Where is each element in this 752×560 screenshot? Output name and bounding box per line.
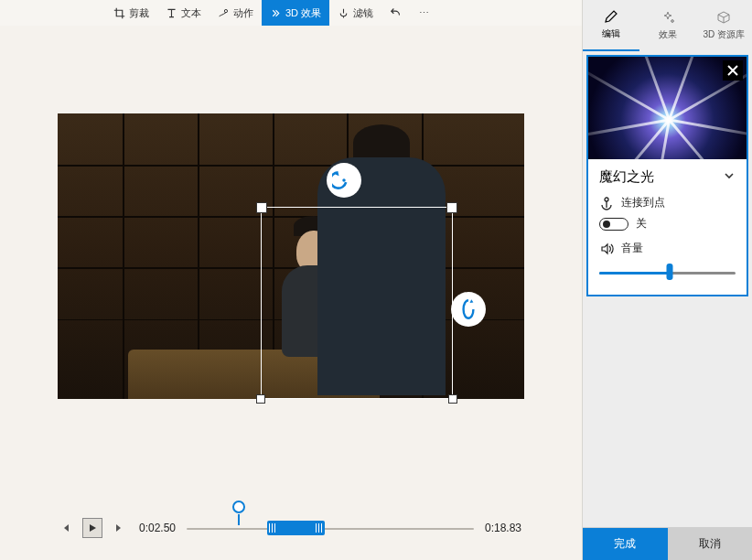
tool-3d-effects[interactable]: 3D 效果	[262, 0, 329, 26]
rotate-handle-top[interactable]	[327, 163, 361, 198]
anchor-label: 连接到点	[621, 195, 665, 210]
tool-label: 3D 效果	[285, 6, 321, 20]
anchor-icon	[599, 196, 614, 210]
effect-thumbnail[interactable]	[588, 57, 747, 159]
chevron-down-icon	[723, 169, 736, 182]
top-toolbar: 剪裁 文本 动作 3D 效果 滤镜	[0, 0, 582, 26]
crop-icon	[113, 7, 125, 19]
tool-label: 动作	[233, 6, 253, 20]
preview-area	[0, 26, 582, 496]
video-frame[interactable]	[58, 113, 524, 399]
close-icon	[726, 64, 739, 77]
undo-button[interactable]	[381, 5, 411, 20]
clip-handle-right[interactable]	[316, 522, 323, 533]
effect-clip[interactable]	[267, 521, 325, 535]
collapse-toggle[interactable]	[723, 169, 736, 186]
timeline: 0:02.50 0:18.83	[0, 496, 582, 560]
svg-point-2	[605, 198, 608, 201]
playhead[interactable]	[232, 501, 245, 513]
volume-slider[interactable]	[599, 262, 736, 282]
motion-icon	[218, 7, 230, 19]
toggle-state-label: 关	[636, 216, 647, 232]
volume-icon	[599, 242, 614, 256]
volume-label: 音量	[621, 241, 643, 256]
svg-point-1	[342, 178, 345, 181]
tool-motion[interactable]: 动作	[209, 0, 262, 26]
side-tab-edit[interactable]: 编辑	[583, 0, 639, 51]
side-tab-label: 3D 资源库	[703, 28, 745, 41]
overflow-button[interactable]: ⋯	[411, 7, 437, 19]
effect-3d-icon	[270, 7, 282, 19]
play-button[interactable]	[82, 518, 102, 538]
done-button[interactable]: 完成	[583, 528, 668, 560]
anchor-toggle[interactable]	[599, 218, 628, 231]
tool-crop[interactable]: 剪裁	[105, 0, 157, 26]
slider-thumb[interactable]	[667, 264, 673, 280]
tool-text[interactable]: 文本	[157, 0, 209, 26]
total-time: 0:18.83	[481, 522, 525, 534]
remove-effect-button[interactable]	[723, 60, 743, 81]
svg-point-0	[224, 9, 227, 12]
play-icon	[88, 523, 97, 533]
sparkle-icon	[661, 10, 675, 25]
cancel-button[interactable]: 取消	[668, 528, 753, 560]
rotate-z-icon	[332, 168, 356, 192]
current-time: 0:02.50	[135, 522, 179, 534]
side-panel: 编辑 效果 3D 资源库	[582, 0, 752, 560]
tool-label: 文本	[181, 6, 201, 20]
text-icon	[166, 7, 177, 19]
timeline-track[interactable]	[187, 510, 474, 546]
rotate-handle-side[interactable]	[451, 292, 486, 327]
side-tab-effects[interactable]: 效果	[639, 0, 696, 51]
tool-label: 剪裁	[129, 6, 149, 20]
prev-frame-button[interactable]	[57, 518, 75, 538]
rotate-y-icon	[457, 297, 480, 321]
effect-card: 魔幻之光 连接到点 关 音量	[586, 55, 748, 296]
tool-filters[interactable]: 滤镜	[329, 0, 381, 26]
tool-label: 滤镜	[353, 6, 373, 20]
clip-handle-left[interactable]	[269, 522, 276, 533]
effect-title: 魔幻之光	[599, 168, 654, 186]
filter-icon	[338, 7, 349, 19]
side-tab-3d-library[interactable]: 3D 资源库	[695, 0, 752, 51]
cube-icon	[716, 10, 731, 25]
pencil-icon	[604, 9, 618, 24]
side-tab-label: 编辑	[602, 27, 620, 40]
side-footer: 完成 取消	[583, 527, 752, 560]
side-tab-label: 效果	[659, 28, 677, 41]
undo-icon	[390, 5, 403, 18]
side-tabs: 编辑 效果 3D 资源库	[583, 0, 752, 51]
next-frame-button[interactable]	[110, 518, 128, 538]
